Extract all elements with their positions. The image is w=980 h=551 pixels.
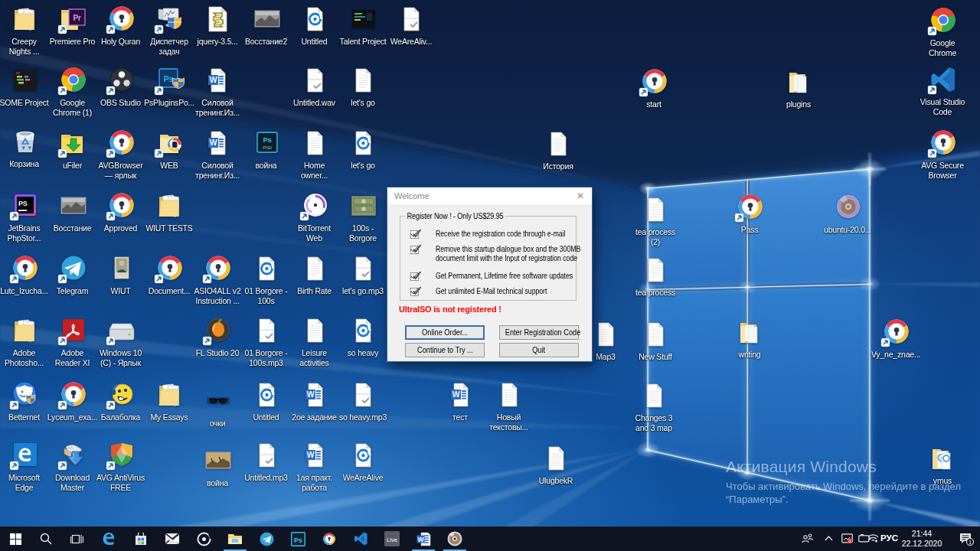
svg-text:Ps: Ps (293, 536, 302, 543)
svg-text:Live: Live (387, 536, 397, 543)
svg-text:1: 1 (969, 539, 972, 546)
svg-text:W: W (417, 535, 424, 543)
